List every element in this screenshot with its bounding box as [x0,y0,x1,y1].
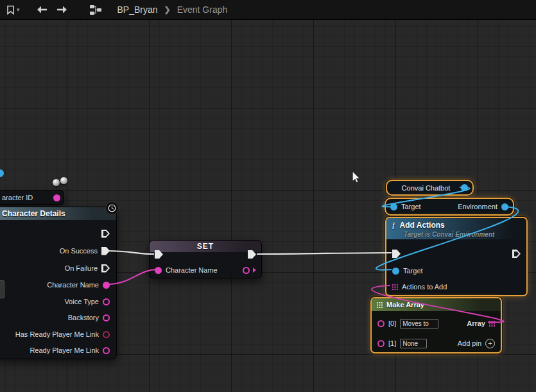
array-pin[interactable] [392,284,398,290]
pin-row-character-name-out [243,264,256,276]
pin-row-target: Target [392,265,423,277]
pin-label: Ready Player Me Link [30,346,99,354]
pin-label: [0] [388,320,396,327]
pin-row-element1: [1] [377,337,427,349]
exec-pin[interactable] [101,230,110,238]
sphere-icon [53,179,60,186]
chevron-down-icon: ▾ [17,6,20,13]
back-arrow-icon [35,5,48,14]
forward-button[interactable] [52,0,73,19]
pin-row-backstory: Backstory [68,312,110,323]
make-array-title: Make Array [386,301,424,309]
bookmark-icon [6,5,15,15]
pin-label: Has Ready Player Me Link [15,330,99,338]
node-get-environment[interactable]: Target Environment [385,198,514,216]
character-details-title: Character Details [2,209,65,218]
breadcrumb: BP_Bryan ❯ Event Graph [117,4,228,15]
pin-label: Actions to Add [402,283,447,291]
add-pin-label: Add pin [458,339,481,347]
string-pin[interactable] [155,267,162,274]
pin-arrow-icon [253,268,256,273]
environment-label: Environment [458,203,497,210]
function-icon: ƒ [392,220,396,230]
panel-edge-tab[interactable] [0,280,4,298]
add-pin-icon: + [485,339,495,348]
pin-label: Character Name [47,281,99,289]
array-element-pin[interactable] [377,340,385,347]
pin-row-character-name: Character Name [47,279,110,291]
environment-pin[interactable] [501,203,508,210]
sphere-icon [60,177,67,184]
string-pin[interactable] [243,267,250,274]
string-pin[interactable] [103,282,110,289]
add-pin-button[interactable]: Add pin + [458,337,495,349]
pin-row-array-out: Array [467,318,495,329]
set-title: SET [197,242,214,251]
object-pin[interactable] [461,184,468,191]
exec-in-pin[interactable] [392,250,401,258]
string-pin[interactable] [103,347,110,354]
pin-label: [1] [388,339,396,347]
graph-icon [89,4,102,15]
pin-row-on-failure: On Failure [65,262,110,274]
exec-pin[interactable] [101,264,110,273]
pin-row-actions-to-add: Actions to Add [392,281,447,293]
make-array-element0-input[interactable] [400,319,438,328]
bool-pin[interactable] [103,331,110,338]
breadcrumb-separator-icon: ❯ [164,5,171,14]
toolbar: ▾ BP_Bryan ❯ Event Graph [0,0,536,20]
node-add-actions[interactable]: ƒ Add Actions Target is Convai Environme… [385,217,528,296]
pin-row-has-rpm-link: Has Ready Player Me Link [15,328,110,340]
breadcrumb-current: Event Graph [177,4,228,15]
back-button[interactable] [31,0,52,19]
target-pin[interactable] [392,268,399,275]
node-convai-chatbot[interactable]: Convai Chatbot [386,180,474,196]
pin-label: On Success [60,247,98,255]
pin-label: Target [403,267,423,275]
pin-row-on-success: On Success [60,245,110,257]
add-actions-title: Add Actions [400,221,445,230]
forward-arrow-icon [56,5,69,14]
target-label: Target [401,203,421,210]
node-set-character-name[interactable]: SET Character Name [149,240,262,278]
make-array-element1-input[interactable] [400,339,427,348]
pin-label: On Failure [65,264,98,272]
breadcrumb-parent[interactable]: BP_Bryan [117,4,158,15]
character-id-label: aracter ID [2,194,33,201]
convai-chatbot-title: Convai Chatbot [402,184,451,192]
target-pin[interactable] [390,203,397,210]
add-actions-subtitle: Target is Convai Environment [392,231,521,238]
pin-label: Character Name [166,266,218,274]
pin-row-voice-type: Voice Type [64,296,110,307]
character-id-pin-row[interactable]: aracter ID [0,191,64,205]
string-pin[interactable] [103,314,110,321]
graph-button[interactable] [85,0,106,19]
node-character-details[interactable]: Character Details On Success On Failure … [0,207,117,359]
bookmark-button[interactable]: ▾ [3,0,24,19]
array-element-pin[interactable] [377,320,385,327]
pin-label: Array [467,320,485,327]
character-id-pin[interactable] [53,194,60,201]
latent-clock-icon [105,201,119,215]
node-make-array[interactable]: Make Array [0] Array [1] Add pin + [370,297,502,354]
pin-label: Backstory [68,314,99,321]
exec-pin[interactable] [101,247,110,255]
string-pin[interactable] [103,298,110,305]
exec-out-row [101,228,110,239]
pin-label: Voice Type [64,298,99,305]
exec-out-pin[interactable] [512,250,521,258]
make-array-icon [377,302,383,308]
array-out-pin[interactable] [489,321,495,327]
pin-row-character-name-in: Character Name [155,264,218,276]
pin-row-rpm-link: Ready Player Me Link [30,345,110,356]
pin-row-element0: [0] [377,318,438,329]
